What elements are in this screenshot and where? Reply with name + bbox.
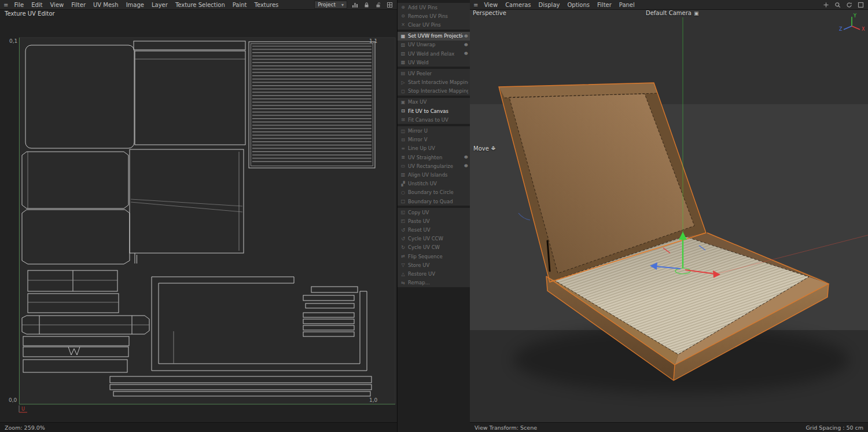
uv-command-item[interactable]: ⊞ Fit Canvas to UV <box>398 115 470 124</box>
command-label: Unstitch UV <box>408 181 468 186</box>
uv-command-item[interactable]: ↺ Reset UV <box>398 226 470 235</box>
command-label: UV Unwrap <box>408 42 463 47</box>
command-icon: ▤ <box>400 71 406 76</box>
uv-command-item[interactable]: ▦ Set UVW from Projection ☸ <box>398 32 470 41</box>
uv-command-item[interactable]: ▨ UV Unwrap ☸ <box>398 41 470 49</box>
uv-command-item[interactable]: ▤ UV Peeler <box>398 69 470 78</box>
uv-command-item[interactable]: ▧ UV Weld and Relax ☸ <box>398 49 470 58</box>
uv-coord-topright: 1,1 <box>369 38 377 44</box>
menu-item[interactable]: UV Mesh <box>93 2 119 8</box>
command-label: Mirror U <box>408 128 468 134</box>
uv-coord-topleft: 0,1 <box>9 38 17 44</box>
command-label: Stop Interactive Mapping <box>408 88 468 94</box>
pan-view-icon[interactable] <box>822 1 830 9</box>
uv-command-item[interactable]: ▷ Start Interactive Mapping <box>398 78 470 87</box>
camera-label[interactable]: Default Camera ▣ <box>646 10 698 16</box>
command-icon: ▥ <box>400 172 406 177</box>
menu-item[interactable]: Display <box>539 2 560 8</box>
gear-icon[interactable]: ☸ <box>464 51 468 56</box>
command-label: Fit UV to Canvas <box>408 108 468 114</box>
command-label: UV Weld and Relax <box>408 51 463 57</box>
layout-grid-icon[interactable] <box>386 1 393 9</box>
panel-menu-icon[interactable]: ≡ <box>3 2 8 8</box>
histogram-icon[interactable] <box>351 1 359 9</box>
uv-island-corrugated[interactable] <box>249 42 375 168</box>
uv-command-item[interactable]: ≣ UV Straighten ☸ <box>398 153 470 162</box>
uv-command-item[interactable]: ▽ Store UV <box>398 261 470 269</box>
uv-command-item[interactable]: ▥ Align UV Islands <box>398 170 470 179</box>
uv-command-item[interactable]: ⊟ Mirror V <box>398 136 470 144</box>
gear-icon[interactable]: ☸ <box>464 155 468 160</box>
zoom-status: Zoom: 259.0% <box>5 424 45 431</box>
menu-item[interactable]: Texture Selection <box>175 2 225 8</box>
uv-command-item[interactable]: ◰ Paste UV <box>398 217 470 225</box>
gear-icon[interactable]: ☸ <box>464 34 468 39</box>
command-icon: ↻ <box>400 245 406 250</box>
move-tool-icon: ↔↕ <box>491 145 497 152</box>
menu-item[interactable]: Layer <box>152 2 168 8</box>
menu-item[interactable]: View <box>484 2 498 8</box>
command-label: Add UV Pins <box>408 5 468 10</box>
uv-command-item[interactable]: ▣ Max UV <box>398 98 470 107</box>
command-label: Copy UV <box>408 210 468 215</box>
uv-command-item[interactable]: △ Restore UV <box>398 269 470 278</box>
uv-command-item[interactable]: ≡ Line Up UV <box>398 144 470 153</box>
view-label[interactable]: Perspective <box>473 10 506 16</box>
view-transform-status: View Transform: Scene <box>475 424 537 431</box>
rotate-view-icon[interactable] <box>845 1 853 9</box>
uv-command-item[interactable]: □ Boundary to Quad <box>398 197 470 206</box>
gear-icon[interactable]: ☸ <box>464 42 468 47</box>
uv-command-item[interactable]: ⇆ Remap... <box>398 279 470 287</box>
command-label: Remap... <box>408 280 468 285</box>
menu-item[interactable]: Cameras <box>505 2 531 8</box>
command-label: Start Interactive Mapping <box>408 79 468 85</box>
uv-command-item[interactable]: ◻ Stop Interactive Mapping <box>398 87 470 96</box>
uv-command-item[interactable]: ⊖ Remove UV Pins <box>398 12 470 20</box>
axis-widget[interactable]: Y Z X <box>838 12 866 32</box>
menu-item[interactable]: Paint <box>233 2 247 8</box>
maximize-view-icon[interactable] <box>857 1 865 9</box>
menu-item[interactable]: Edit <box>31 2 42 8</box>
camera-icon[interactable]: ▣ <box>694 10 699 16</box>
menu-item[interactable]: Textures <box>255 2 279 8</box>
uv-canvas[interactable]: 0,1 1,1 0,0 1,0 U <box>0 9 397 423</box>
menu-item[interactable]: Filter <box>71 2 86 8</box>
u-axis-label: U <box>21 407 25 412</box>
viewport-canvas[interactable] <box>470 9 868 432</box>
command-icon: ▽ <box>400 262 406 268</box>
panel-menu-icon[interactable]: ≡ <box>473 2 478 8</box>
command-icon: ▭ <box>400 163 406 169</box>
menu-item[interactable]: File <box>14 2 24 8</box>
uv-command-item[interactable]: ▞ Unstitch UV <box>398 180 470 188</box>
uv-command-item[interactable]: ▩ UV Weld <box>398 58 470 67</box>
tool-label: Move ↔↕ <box>473 145 497 152</box>
gear-icon[interactable]: ☸ <box>464 163 468 169</box>
uv-command-item[interactable]: ↺ Cycle UV CCW <box>398 235 470 243</box>
menu-item[interactable]: Filter <box>597 2 612 8</box>
command-label: Paste UV <box>408 218 468 224</box>
menu-item[interactable]: View <box>50 2 64 8</box>
uv-command-item[interactable]: ◱ Copy UV <box>398 208 470 217</box>
command-label: Set UVW from Projection <box>408 33 463 39</box>
command-icon: ⊖ <box>400 13 406 19</box>
uv-command-item[interactable]: ◫ Mirror U <box>398 126 470 135</box>
menu-item[interactable]: Panel <box>619 2 635 8</box>
zoom-view-icon[interactable] <box>834 1 841 9</box>
command-icon: ◫ <box>400 129 406 134</box>
command-icon: △ <box>400 272 406 277</box>
uv-command-item[interactable]: ○ Boundary to Circle <box>398 188 470 197</box>
uv-command-item[interactable]: ⊡ Fit UV to Canvas <box>398 107 470 115</box>
lock-icon[interactable] <box>363 1 370 9</box>
uv-command-item[interactable]: ⇄ Flip Sequence <box>398 252 470 261</box>
command-label: Fit Canvas to UV <box>408 117 468 123</box>
uv-command-item[interactable]: ↻ Cycle UV CW <box>398 243 470 252</box>
command-icon: ▞ <box>400 181 406 186</box>
command-icon: ⇄ <box>400 254 406 259</box>
menu-item[interactable]: Image <box>126 2 144 8</box>
uv-command-item[interactable]: × Clear UV Pins <box>398 20 470 29</box>
uv-command-item[interactable]: ⊕ Add UV Pins <box>398 3 470 12</box>
lock-open-icon[interactable] <box>374 1 382 9</box>
project-dropdown[interactable]: Project ▾ <box>314 1 347 9</box>
uv-command-item[interactable]: ▭ UV Rectangularize ☸ <box>398 162 470 170</box>
menu-item[interactable]: Options <box>567 2 590 8</box>
